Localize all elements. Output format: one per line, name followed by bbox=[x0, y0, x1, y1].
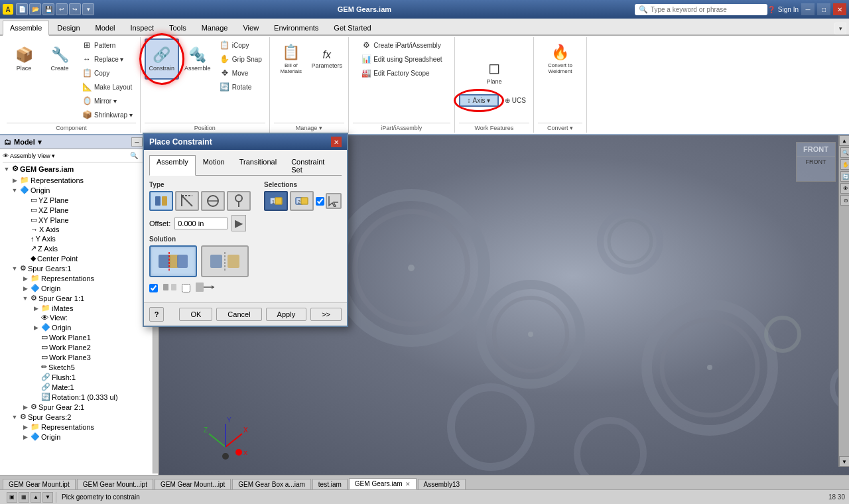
model-dropdown[interactable]: ▾ bbox=[38, 138, 42, 147]
rotate-button[interactable]: 🔄Rotate bbox=[216, 80, 265, 94]
tree-item-xz-plane[interactable]: ▭ XZ Plane bbox=[0, 205, 158, 215]
doc-tab-0[interactable]: GEM Gear Mount.ipt bbox=[3, 479, 76, 489]
doc-tab-close[interactable]: ✕ bbox=[405, 481, 411, 487]
type-tangent-btn[interactable] bbox=[201, 191, 225, 211]
tree-root[interactable]: ▼ ⚙ GEM Gears.iam bbox=[0, 164, 158, 174]
tab-model[interactable]: Model bbox=[88, 21, 123, 34]
edit-factory-scope-button[interactable]: 🏭Edit Factory Scope bbox=[358, 66, 445, 80]
pan-tool[interactable]: ✋ bbox=[840, 159, 849, 170]
panel-minimize[interactable]: ─ bbox=[131, 137, 142, 147]
orbit-tool[interactable]: ⊙ bbox=[840, 195, 849, 206]
tab-view[interactable]: View bbox=[235, 21, 266, 34]
pattern-button[interactable]: ⊞Pattern bbox=[78, 38, 136, 52]
tree-item-center-point[interactable]: ◆ Center Point bbox=[0, 253, 158, 263]
place-button[interactable]: 📦 Place bbox=[7, 38, 41, 80]
dialog-tab-transitional[interactable]: Transitional bbox=[232, 155, 284, 176]
tree-item-z-axis[interactable]: ↗ Z Axis bbox=[0, 243, 158, 253]
sel-checkbox[interactable] bbox=[316, 197, 324, 206]
dialog-tab-motion[interactable]: Motion bbox=[196, 155, 232, 176]
navigation-cube[interactable]: FRONT bbox=[796, 142, 836, 182]
bottom-icon-1[interactable]: ▣ bbox=[7, 492, 17, 503]
plane-button[interactable]: ◻ Plane bbox=[480, 53, 509, 92]
tree-item-origin[interactable]: ▼ 🔷 Origin bbox=[0, 185, 158, 195]
tree-item-representations3[interactable]: ▶ 📁 Representations bbox=[0, 422, 158, 432]
tab-inspect[interactable]: Inspect bbox=[123, 21, 161, 34]
tab-design[interactable]: Design bbox=[50, 21, 87, 34]
signin-label[interactable]: Sign In bbox=[778, 6, 799, 13]
sel-1-btn[interactable]: 1 bbox=[264, 191, 288, 211]
tree-item-workplane3[interactable]: ▭ Work Plane3 bbox=[0, 352, 158, 362]
tree-item-spur-gears1[interactable]: ▼ ⚙ Spur Gears:1 bbox=[0, 263, 158, 273]
tree-item-spurgears2[interactable]: ▼ ⚙ Spur Gears:2 bbox=[0, 412, 158, 422]
assembly-view-selector[interactable]: 👁 Assembly View ▾ bbox=[3, 153, 125, 159]
tree-item-view[interactable]: 👁 View: bbox=[0, 313, 158, 322]
tree-item-flush1[interactable]: 🔗 Flush:1 bbox=[0, 372, 158, 382]
tree-item-representations2[interactable]: ▶ 📁 Representations bbox=[0, 273, 158, 283]
search-box[interactable]: 🔍 ▾ bbox=[635, 4, 767, 15]
mirror-button[interactable]: 🪞Mirror ▾ bbox=[78, 94, 136, 107]
tree-item-representations[interactable]: ▶ 📁 Representations bbox=[0, 175, 158, 185]
bottom-icon-3[interactable]: ▲ bbox=[31, 492, 41, 503]
edit-spreadsheet-button[interactable]: 📊Edit using Spreadsheet bbox=[358, 52, 445, 66]
doc-tab-2[interactable]: GEM Gear Mount...ipt bbox=[155, 479, 231, 489]
look-at-tool[interactable]: 👁 bbox=[840, 183, 849, 194]
tree-item-x-axis[interactable]: → X Axis bbox=[0, 225, 158, 234]
tab-environments[interactable]: Environments bbox=[267, 21, 326, 34]
preview-checkbox[interactable] bbox=[149, 284, 158, 292]
tree-item-xy-plane[interactable]: ▭ XY Plane bbox=[0, 215, 158, 225]
viewport-scrollbar-v[interactable]: ▲ 🔍 ✋ 🔄 👁 ⊙ ▼ bbox=[838, 135, 849, 467]
axis-button[interactable]: ↕ Axis ▾ bbox=[459, 94, 499, 107]
tree-item-imates[interactable]: ▶ 📁 iMates bbox=[0, 303, 158, 313]
alt-checkbox[interactable] bbox=[182, 284, 190, 292]
doc-tab-1[interactable]: GEM Gear Mount...ipt bbox=[77, 479, 153, 489]
dialog-close-button[interactable]: ✕ bbox=[331, 137, 342, 147]
open-btn[interactable]: 📂 bbox=[29, 3, 41, 15]
close-btn[interactable]: ✕ bbox=[833, 3, 846, 15]
ok-button[interactable]: OK bbox=[179, 308, 212, 321]
replace-button[interactable]: ↔Replace ▾ bbox=[78, 52, 136, 66]
tree-item-origin4[interactable]: ▶ 🔷 Origin bbox=[0, 432, 158, 442]
solution-btn-2[interactable] bbox=[201, 245, 249, 277]
tree-item-spurgear1[interactable]: ▼ ⚙ Spur Gear 1:1 bbox=[0, 293, 158, 303]
tree-item-rotation1[interactable]: 🔄 Rotation:1 (0.333 ul) bbox=[0, 392, 158, 402]
move-button[interactable]: ✥Move bbox=[216, 66, 265, 80]
filter-btn[interactable]: 🔍 bbox=[127, 151, 141, 160]
solution-btn-1[interactable] bbox=[149, 245, 197, 277]
tree-item-origin2[interactable]: ▶ 🔷 Origin bbox=[0, 283, 158, 293]
sel-extra-btn[interactable] bbox=[326, 193, 342, 209]
undo-btn[interactable]: ↩ bbox=[56, 3, 68, 15]
ucs-button[interactable]: ⊕UCS bbox=[501, 94, 529, 107]
bottom-icon-2[interactable]: ▦ bbox=[19, 492, 29, 503]
scroll-up[interactable]: ▲ bbox=[839, 135, 849, 146]
create-ipart-button[interactable]: ⚙Create iPart/iAssembly bbox=[358, 38, 445, 52]
sel-2-btn[interactable]: 2 bbox=[290, 191, 314, 211]
grip-snap-button[interactable]: ✋Grip Snap bbox=[216, 52, 265, 66]
tab-tools[interactable]: Tools bbox=[162, 21, 194, 34]
tree-item-workplane1[interactable]: ▭ Work Plane1 bbox=[0, 332, 158, 342]
tree-item-yz-plane[interactable]: ▭ YZ Plane bbox=[0, 195, 158, 205]
tree-item-workplane2[interactable]: ▭ Work Plane2 bbox=[0, 342, 158, 352]
type-insert-btn[interactable] bbox=[227, 191, 251, 211]
icopy-button[interactable]: 📋iCopy bbox=[216, 38, 265, 52]
more-button[interactable]: >> bbox=[310, 308, 342, 321]
doc-tab-4[interactable]: test.iam bbox=[312, 479, 348, 489]
scroll-down[interactable]: ▼ bbox=[839, 456, 849, 467]
apply-button[interactable]: Apply bbox=[266, 308, 307, 321]
doc-tab-6[interactable]: Assembly13 bbox=[418, 479, 466, 489]
rotate-tool[interactable]: 🔄 bbox=[840, 171, 849, 182]
doc-tab-5[interactable]: GEM Gears.iam ✕ bbox=[349, 478, 417, 489]
convert-weldment-button[interactable]: 🔥 Convert toWeldment bbox=[543, 38, 577, 80]
copy-button[interactable]: 📋Copy bbox=[78, 66, 136, 80]
tree-item-spurgear2[interactable]: ▶ ⚙ Spur Gear 2:1 bbox=[0, 402, 158, 412]
redo-btn[interactable]: ↪ bbox=[69, 3, 81, 15]
dialog-tab-assembly[interactable]: Assembly bbox=[149, 155, 196, 176]
restore-btn[interactable]: □ bbox=[817, 3, 830, 15]
tab-manage[interactable]: Manage bbox=[194, 21, 235, 34]
help-button[interactable]: ? bbox=[149, 307, 164, 322]
make-layout-button[interactable]: 📐Make Layout bbox=[78, 80, 136, 94]
ribbon-toggle[interactable]: ▾ bbox=[834, 23, 846, 34]
tree-item-mate1[interactable]: 🔗 Mate:1 bbox=[0, 382, 158, 392]
shrinkwrap-button[interactable]: 📦Shrinkwrap ▾ bbox=[78, 108, 136, 121]
tab-get-started[interactable]: Get Started bbox=[326, 21, 378, 34]
dialog-tab-constraint-set[interactable]: Constraint Set bbox=[284, 155, 342, 176]
